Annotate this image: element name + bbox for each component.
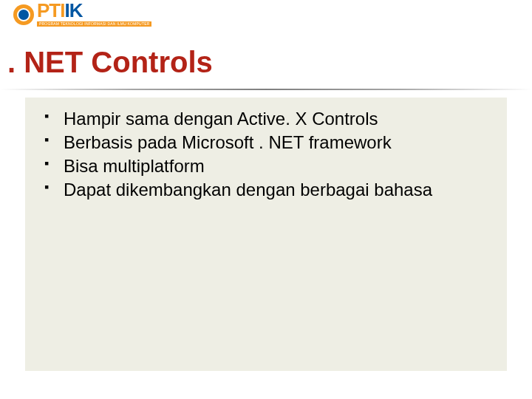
logo-text-block: PTIIK PROGRAM TEKNOLOGI INFORMASI DAN IL… bbox=[37, 3, 151, 27]
list-item: Berbasis pada Microsoft . NET framework bbox=[41, 132, 491, 154]
logo-icon bbox=[13, 4, 34, 25]
list-item: Bisa multiplatform bbox=[41, 155, 491, 177]
logo-icon-inner bbox=[17, 8, 30, 21]
list-item: Dapat dikembangkan dengan berbagai bahas… bbox=[41, 179, 491, 201]
logo-text: PTIIK bbox=[37, 0, 82, 21]
logo: PTIIK PROGRAM TEKNOLOGI INFORMASI DAN IL… bbox=[13, 3, 151, 27]
logo-subtitle: PROGRAM TEKNOLOGI INFORMASI DAN ILMU KOM… bbox=[37, 21, 151, 27]
logo-text-part2: IK bbox=[64, 0, 82, 21]
slide: PTIIK PROGRAM TEKNOLOGI INFORMASI DAN IL… bbox=[0, 0, 532, 399]
list-item: Hampir sama dengan Active. X Controls bbox=[41, 108, 491, 130]
bullet-list: Hampir sama dengan Active. X Controls Be… bbox=[41, 108, 491, 201]
title-underline bbox=[0, 89, 532, 90]
slide-title: . NET Controls bbox=[7, 46, 213, 79]
logo-text-part1: PTI bbox=[37, 0, 64, 21]
content-box: Hampir sama dengan Active. X Controls Be… bbox=[25, 98, 507, 371]
